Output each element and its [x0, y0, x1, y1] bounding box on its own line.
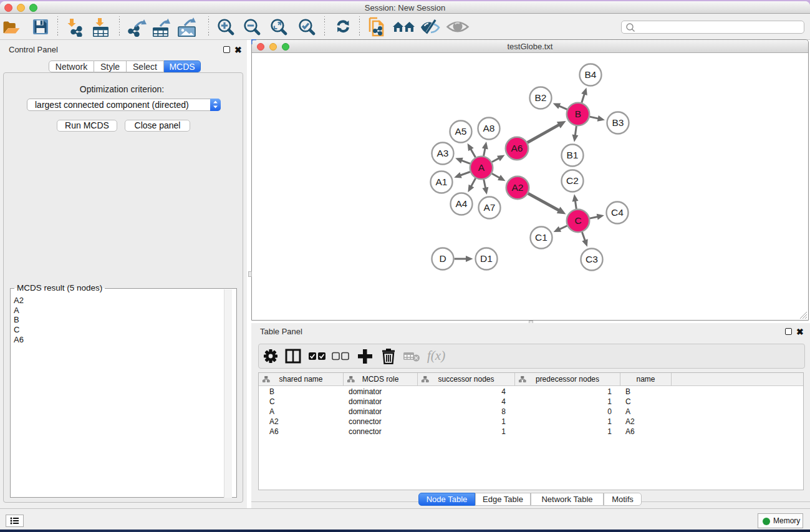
svg-text:B3: B3	[612, 117, 624, 128]
svg-text:A4: A4	[456, 198, 468, 209]
svg-text:D1: D1	[480, 253, 493, 264]
svg-text:C3: C3	[586, 254, 598, 264]
svg-text:A: A	[478, 162, 485, 173]
svg-text:B4: B4	[585, 69, 597, 80]
svg-text:A8: A8	[483, 123, 495, 133]
svg-text:C2: C2	[566, 175, 579, 186]
svg-text:A1: A1	[436, 177, 448, 187]
svg-text:A7: A7	[484, 202, 496, 213]
svg-text:B2: B2	[535, 92, 547, 103]
svg-text:A6: A6	[511, 143, 523, 153]
svg-text:C4: C4	[611, 207, 624, 218]
svg-text:A2: A2	[512, 182, 524, 193]
svg-text:A5: A5	[455, 126, 467, 137]
svg-text:A3: A3	[437, 148, 449, 158]
svg-text:C: C	[574, 215, 581, 226]
svg-text:B1: B1	[567, 150, 579, 160]
svg-text:C1: C1	[535, 232, 547, 243]
svg-text:D: D	[439, 253, 446, 264]
svg-text:B: B	[575, 109, 581, 119]
